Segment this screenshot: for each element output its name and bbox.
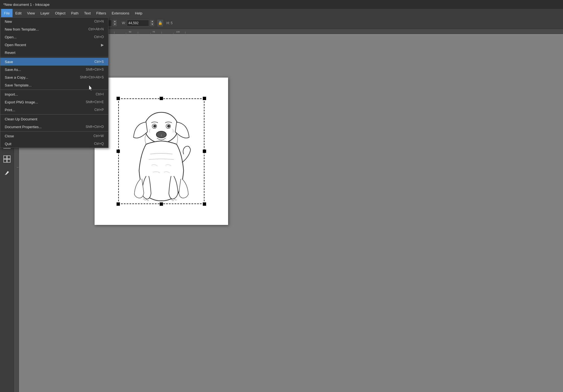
menu-new-label: New	[5, 19, 12, 24]
lock-aspect-btn[interactable]: 🔒	[157, 20, 163, 26]
menu-save-shortcut: Ctrl+S	[94, 60, 104, 64]
menu-document-properties-shortcut: Shift+Ctrl+D	[86, 125, 104, 129]
menu-save-copy-label: Save a Copy...	[5, 75, 28, 80]
menu-open-recent-label: Open Recent	[5, 43, 26, 47]
menu-close-shortcut: Ctrl+W	[93, 134, 104, 138]
menu-import-shortcut: Ctrl+I	[96, 92, 104, 96]
handle-middle-left[interactable]	[117, 150, 120, 153]
y-stepper: ▲ ▼	[113, 20, 117, 26]
w-stepper: ▲ ▼	[150, 20, 154, 26]
svg-rect-29	[7, 156, 10, 159]
w-input[interactable]	[127, 20, 149, 26]
selection-box	[118, 98, 204, 204]
menu-document-properties-label: Document Properties...	[5, 125, 42, 129]
y-down-btn[interactable]: ▼	[113, 23, 117, 26]
separator-2	[0, 90, 108, 90]
handle-bottom-middle[interactable]	[160, 202, 163, 206]
file-menu-dropdown: New Ctrl+N New from Template... Ctrl+Alt…	[0, 17, 108, 148]
menu-import-label: Import...	[5, 92, 18, 96]
menu-export-png[interactable]: Export PNG Image... Shift+Ctrl+E	[0, 98, 108, 106]
w-field: W: ▲ ▼	[122, 20, 154, 26]
menu-save-label: Save	[5, 60, 13, 64]
menu-file[interactable]: File	[1, 9, 13, 17]
menu-new-from-template[interactable]: New from Template... Ctrl+Alt+N	[0, 25, 108, 33]
menu-open-label: Open...	[5, 35, 17, 39]
menu-quit[interactable]: Quit Ctrl+Q	[0, 140, 108, 148]
menu-layer[interactable]: Layer	[38, 9, 52, 17]
menu-help[interactable]: Help	[132, 9, 145, 17]
menu-text[interactable]: Text	[81, 9, 93, 17]
menu-new-shortcut: Ctrl+N	[94, 19, 104, 23]
menu-edit[interactable]: Edit	[13, 9, 24, 17]
w-label: W:	[122, 21, 126, 25]
y-up-btn[interactable]: ▲	[113, 20, 117, 23]
menu-new[interactable]: New Ctrl+N	[0, 18, 108, 25]
selection-container[interactable]	[118, 98, 204, 204]
svg-rect-28	[4, 159, 7, 162]
document-content	[95, 78, 228, 225]
svg-line-31	[5, 174, 6, 175]
menu-cleanup-label: Clean Up Document	[5, 117, 37, 121]
menu-save-as-shortcut: Shift+Ctrl+S	[86, 68, 104, 71]
document-canvas	[95, 78, 228, 225]
menu-print[interactable]: Print... Ctrl+P	[0, 106, 108, 114]
menu-close[interactable]: Close Ctrl+W	[0, 132, 108, 140]
h-field: H: 5	[166, 21, 172, 25]
grid-tool[interactable]	[2, 154, 12, 164]
file-menu-panel: New Ctrl+N New from Template... Ctrl+Alt…	[0, 17, 108, 148]
menu-revert[interactable]: Revert	[0, 49, 108, 56]
svg-rect-30	[7, 159, 10, 162]
menu-quit-label: Quit	[5, 142, 11, 146]
menu-document-properties[interactable]: Document Properties... Shift+Ctrl+D	[0, 123, 108, 131]
handle-top-left[interactable]	[117, 97, 120, 100]
title-text: *New document 1 - Inkscape	[3, 3, 50, 7]
menu-save-copy[interactable]: Save a Copy... Shift+Ctrl+Alt+S	[0, 73, 108, 81]
menu-revert-label: Revert	[5, 51, 15, 55]
titlebar: *New document 1 - Inkscape	[0, 0, 563, 9]
menu-cleanup[interactable]: Clean Up Document	[0, 115, 108, 123]
separator-4	[0, 131, 108, 132]
menu-save-as[interactable]: Save As... Shift+Ctrl+S	[0, 66, 108, 73]
handle-top-middle[interactable]	[160, 97, 163, 100]
menu-save-as-label: Save As...	[5, 68, 21, 72]
menu-open-recent[interactable]: Open Recent ▶	[0, 41, 108, 49]
handle-bottom-left[interactable]	[117, 202, 120, 206]
menu-save-template-label: Save Template...	[5, 83, 32, 87]
menu-path[interactable]: Path	[68, 9, 81, 17]
menu-view[interactable]: View	[24, 9, 38, 17]
handle-bottom-right[interactable]	[203, 202, 206, 206]
menu-print-shortcut: Ctrl+P	[94, 108, 104, 112]
menu-export-png-shortcut: Shift+Ctrl+E	[86, 100, 104, 104]
menu-new-from-template-label: New from Template...	[5, 27, 39, 31]
w-up-btn[interactable]: ▲	[150, 20, 154, 23]
menu-close-label: Close	[5, 134, 14, 138]
menu-open[interactable]: Open... Ctrl+O	[0, 33, 108, 41]
menu-new-from-template-shortcut: Ctrl+Alt+N	[88, 27, 104, 31]
menu-object[interactable]: Object	[52, 9, 68, 17]
menu-save-template[interactable]: Save Template...	[0, 81, 108, 89]
menu-open-recent-arrow: ▶	[101, 43, 104, 47]
separator-3	[0, 114, 108, 115]
menu-save-copy-shortcut: Shift+Ctrl+Alt+S	[80, 75, 104, 79]
menu-print-label: Print...	[5, 108, 15, 112]
handle-middle-right[interactable]	[203, 150, 206, 153]
separator-1	[0, 57, 108, 57]
svg-rect-27	[4, 156, 7, 159]
menu-export-png-label: Export PNG Image...	[5, 100, 38, 104]
h-label: H: 5	[166, 21, 172, 25]
menu-quit-shortcut: Ctrl+Q	[94, 142, 104, 146]
menubar: File Edit View Layer Object Path Text Fi…	[0, 9, 563, 17]
w-down-btn[interactable]: ▼	[150, 23, 154, 26]
handle-top-right[interactable]	[203, 97, 206, 100]
dropper-tool[interactable]	[2, 168, 12, 178]
menu-filters[interactable]: Filters	[93, 9, 109, 17]
menu-extensions[interactable]: Extensions	[109, 9, 132, 17]
menu-save[interactable]: Save Ctrl+S	[0, 58, 108, 66]
menu-import[interactable]: Import... Ctrl+I	[0, 90, 108, 98]
menu-open-shortcut: Ctrl+O	[94, 35, 104, 39]
